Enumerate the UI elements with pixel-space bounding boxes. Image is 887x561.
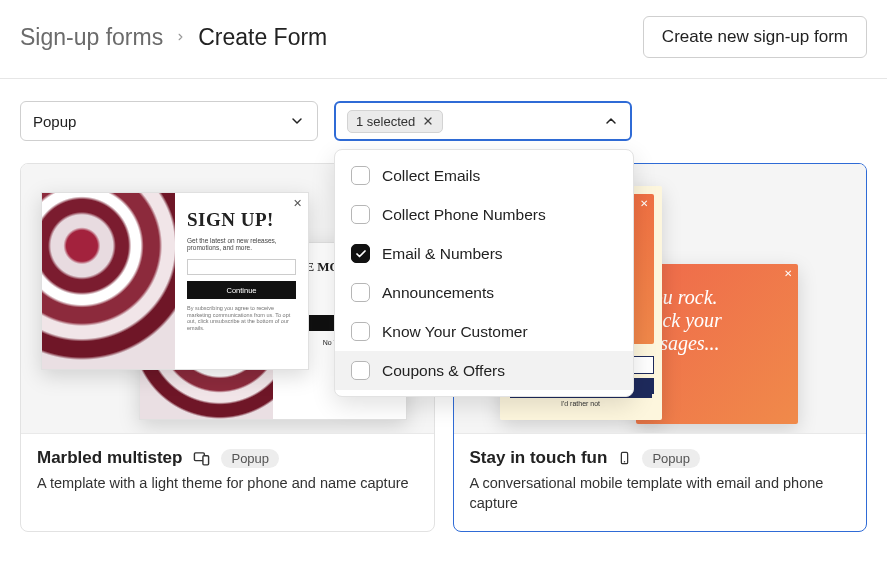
tag-select-chip-label: 1 selected bbox=[356, 114, 415, 129]
checkbox-icon[interactable] bbox=[351, 166, 370, 185]
checkbox-icon[interactable] bbox=[351, 322, 370, 341]
svg-rect-3 bbox=[203, 455, 209, 464]
tag-option-label: Announcements bbox=[382, 284, 494, 302]
close-icon[interactable] bbox=[421, 115, 434, 128]
template-description: A conversational mobile template with em… bbox=[470, 474, 851, 513]
tag-option[interactable]: Announcements bbox=[335, 273, 633, 312]
template-description: A template with a light theme for phone … bbox=[37, 474, 418, 494]
tag-option[interactable]: Coupons & Offers bbox=[335, 351, 633, 390]
checkbox-icon[interactable] bbox=[351, 283, 370, 302]
tag-option[interactable]: Collect Phone Numbers bbox=[335, 195, 633, 234]
tag-option-label: Collect Emails bbox=[382, 167, 480, 185]
tag-option[interactable]: Collect Emails bbox=[335, 156, 633, 195]
desktop-mobile-icon bbox=[192, 450, 211, 467]
template-title: Marbled multistep bbox=[37, 448, 182, 468]
mobile-icon bbox=[617, 449, 632, 467]
template-type-badge: Popup bbox=[221, 449, 279, 468]
tag-select-dropdown: Collect EmailsCollect Phone NumbersEmail… bbox=[334, 149, 634, 397]
tag-option-label: Coupons & Offers bbox=[382, 362, 505, 380]
breadcrumb-root[interactable]: Sign-up forms bbox=[20, 24, 163, 51]
tag-select[interactable]: 1 selected bbox=[334, 101, 632, 141]
template-type-badge: Popup bbox=[642, 449, 700, 468]
tag-select-chip[interactable]: 1 selected bbox=[347, 110, 443, 133]
breadcrumb-current: Create Form bbox=[198, 24, 327, 51]
tag-option-label: Email & Numbers bbox=[382, 245, 503, 263]
checkbox-icon[interactable] bbox=[351, 205, 370, 224]
template-title: Stay in touch fun bbox=[470, 448, 608, 468]
chevron-right-icon bbox=[175, 28, 186, 46]
tag-option[interactable]: Know Your Customer bbox=[335, 312, 633, 351]
tag-option[interactable]: Email & Numbers bbox=[335, 234, 633, 273]
breadcrumb: Sign-up forms Create Form bbox=[20, 24, 327, 51]
tag-option-label: Collect Phone Numbers bbox=[382, 206, 546, 224]
checkbox-icon[interactable] bbox=[351, 244, 370, 263]
type-select-value: Popup bbox=[33, 113, 76, 130]
checkbox-icon[interactable] bbox=[351, 361, 370, 380]
chevron-up-icon bbox=[603, 113, 619, 129]
type-select[interactable]: Popup bbox=[20, 101, 318, 141]
chevron-down-icon bbox=[289, 113, 305, 129]
create-new-signup-form-button[interactable]: Create new sign-up form bbox=[643, 16, 867, 58]
tag-option-label: Know Your Customer bbox=[382, 323, 528, 341]
